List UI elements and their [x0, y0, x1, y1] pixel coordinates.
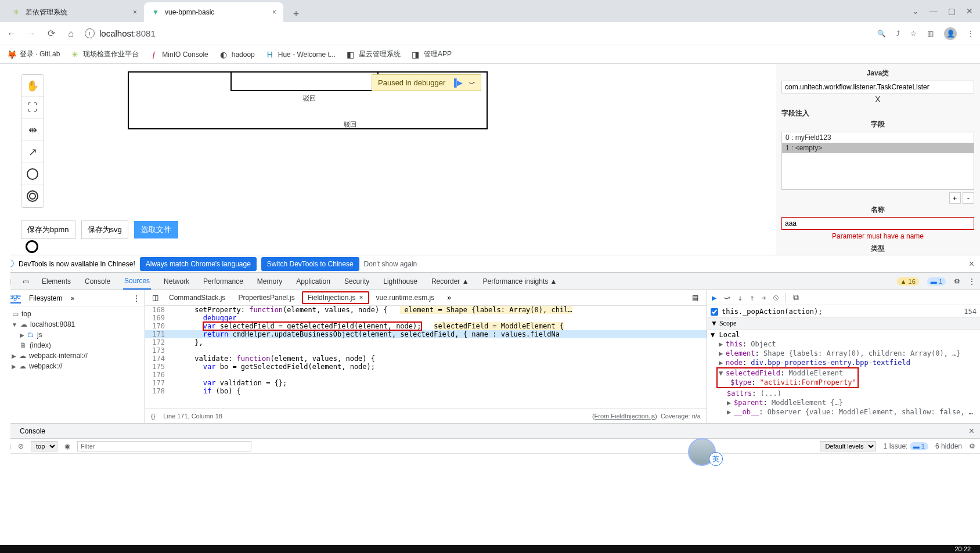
- tree-top[interactable]: ▼▭top: [3, 309, 141, 319]
- dont-show-link[interactable]: Don't show again: [364, 260, 417, 268]
- scope-selected-field[interactable]: ▼selectedField: ModdleElement: [719, 368, 856, 378]
- tab-sources[interactable]: Sources: [123, 273, 151, 290]
- context-select[interactable]: top: [31, 441, 57, 451]
- search-icon[interactable]: 🔍: [877, 30, 886, 38]
- forward-icon[interactable]: →: [26, 28, 37, 39]
- pretty-print-icon[interactable]: {}: [151, 413, 155, 420]
- step-over-icon[interactable]: ⤻: [469, 78, 475, 87]
- always-match-button[interactable]: Always match Chrome's language: [140, 257, 257, 271]
- sidepanel-icon[interactable]: ▥: [927, 30, 934, 38]
- toggle-debug-pane-icon[interactable]: ▤: [687, 294, 703, 302]
- bookmark-item[interactable]: ƒMinIO Console: [149, 50, 208, 59]
- hidden-count[interactable]: 6 hidden: [935, 442, 962, 450]
- intermediate-event-icon[interactable]: [21, 185, 44, 207]
- nav-toggle-icon[interactable]: ◫: [149, 294, 162, 302]
- connect-tool-icon[interactable]: ↗: [21, 141, 44, 163]
- scope-ob[interactable]: ▶__ob__: Observer {value: ModdleElement,…: [711, 407, 977, 417]
- hand-tool-icon[interactable]: ✋: [21, 75, 44, 97]
- menu-icon[interactable]: ⋮: [967, 30, 974, 38]
- step-over-icon[interactable]: ⤻: [723, 293, 730, 302]
- bookmark-item[interactable]: 🦊登录 · GitLab: [7, 49, 60, 59]
- scope-attrs[interactable]: $attrs: (...): [711, 389, 977, 398]
- reload-icon[interactable]: ⟳: [45, 28, 57, 39]
- watch-expression[interactable]: this._popAction(action); 154: [711, 306, 977, 317]
- code-area[interactable]: 168 setProperty: function(element, value…: [145, 306, 707, 408]
- file-tab[interactable]: PropertiesPanel.js: [232, 291, 300, 304]
- close-file-icon[interactable]: ×: [359, 294, 363, 302]
- tree-index[interactable]: 🗎(index): [3, 340, 141, 350]
- tree-webpack-internal[interactable]: ▶☁webpack-internal://: [3, 350, 141, 361]
- maximize-icon[interactable]: ▢: [948, 6, 956, 16]
- field-list-item[interactable]: 1 : <empty>: [782, 143, 974, 153]
- bookmark-item[interactable]: ◧星云管理系统: [346, 49, 401, 59]
- home-icon[interactable]: ⌂: [65, 28, 77, 39]
- save-svg-button[interactable]: 保存为svg: [81, 221, 128, 239]
- scope-local[interactable]: ▼ Local: [711, 330, 977, 339]
- lasso-tool-icon[interactable]: ⛶: [21, 97, 44, 119]
- chevron-down-icon[interactable]: ⌄: [912, 6, 919, 16]
- add-item-button[interactable]: +: [949, 192, 961, 204]
- share-icon[interactable]: ⤴: [896, 30, 900, 38]
- close-tab-icon[interactable]: ×: [272, 8, 276, 16]
- resume-icon[interactable]: ▶: [712, 293, 716, 302]
- scope-this[interactable]: ▶this: Object: [711, 339, 977, 349]
- more-options-icon[interactable]: ⋮: [133, 294, 140, 302]
- tab-application[interactable]: Application: [295, 274, 332, 289]
- issues-link[interactable]: 1 Issue: ▬ 1: [883, 442, 928, 450]
- java-class-input[interactable]: [781, 81, 974, 93]
- bookmark-item[interactable]: ◨管理APP: [411, 49, 452, 59]
- device-toggle-icon[interactable]: ▭: [23, 277, 29, 285]
- step-out-icon[interactable]: ↑: [750, 293, 754, 302]
- url-box[interactable]: i localhost:8081: [85, 28, 869, 38]
- pause-exceptions-icon[interactable]: ⧉: [793, 292, 799, 302]
- tab-perf-insights[interactable]: Performance insights ▲: [482, 274, 559, 289]
- tab-memory[interactable]: Memory: [256, 274, 283, 289]
- issues-badge[interactable]: ▬ 1: [927, 277, 946, 285]
- drawer-tab-console[interactable]: Console: [20, 427, 45, 435]
- file-tab-active[interactable]: FieldInjection.js ×: [302, 291, 369, 304]
- space-tool-icon[interactable]: ⇹: [21, 119, 44, 141]
- subtab-filesystem[interactable]: Filesystem: [29, 294, 62, 302]
- tab-console[interactable]: Console: [84, 274, 111, 289]
- tree-folder-js[interactable]: ▶🗀js: [3, 330, 141, 340]
- name-input[interactable]: [781, 217, 974, 230]
- switch-language-button[interactable]: Switch DevTools to Chinese: [261, 257, 359, 271]
- eye-icon[interactable]: ◉: [64, 442, 70, 450]
- file-tab[interactable]: CommandStack.js: [163, 291, 231, 304]
- resume-icon[interactable]: ▐▶: [451, 78, 462, 87]
- field-list-item[interactable]: 0 : myField123: [782, 132, 974, 143]
- clear-field-icon[interactable]: X: [781, 95, 974, 104]
- file-tab[interactable]: vue.runtime.esm.js: [370, 291, 441, 304]
- minimize-icon[interactable]: —: [929, 6, 938, 16]
- more-icon[interactable]: ⋮: [968, 277, 975, 285]
- scope-node[interactable]: ▶node: div.bpp-properties-entry.bpp-text…: [711, 358, 977, 367]
- tree-host[interactable]: ▼☁localhost:8081: [3, 319, 141, 330]
- bookmark-icon[interactable]: ☆: [910, 30, 917, 38]
- scope-element[interactable]: ▶element: Shape {labels: Array(0), child…: [711, 349, 977, 358]
- profile-icon[interactable]: 👤: [944, 27, 957, 40]
- browser-tab-0[interactable]: ✳ 若依管理系统 ×: [5, 2, 144, 22]
- tab-network[interactable]: Network: [163, 274, 190, 289]
- close-notice-icon[interactable]: ×: [969, 259, 974, 269]
- scope-header[interactable]: ▼ Scope: [707, 317, 980, 330]
- field-list[interactable]: 0 : myField123 1 : <empty>: [781, 132, 974, 190]
- close-tab-icon[interactable]: ×: [133, 8, 137, 16]
- settings-icon[interactable]: ⚙: [954, 277, 960, 285]
- log-levels-select[interactable]: Default levels: [820, 441, 876, 451]
- step-icon[interactable]: ➔: [761, 293, 766, 302]
- warnings-badge[interactable]: ▲ 16: [897, 277, 919, 285]
- tab-security[interactable]: Security: [343, 274, 370, 289]
- tab-elements[interactable]: Elements: [41, 274, 72, 289]
- tab-performance[interactable]: Performance: [202, 274, 244, 289]
- close-drawer-icon[interactable]: ×: [969, 426, 974, 436]
- tab-recorder[interactable]: Recorder ▲: [430, 274, 470, 289]
- step-into-icon[interactable]: ↓: [737, 293, 742, 302]
- more-subtabs-icon[interactable]: »: [70, 294, 74, 302]
- save-bpmn-button[interactable]: 保存为bpmn: [21, 221, 75, 239]
- console-settings-icon[interactable]: ⚙: [969, 442, 975, 450]
- remove-item-button[interactable]: -: [963, 192, 974, 204]
- browser-tab-1[interactable]: ▼ vue-bpmn-basic ×: [144, 2, 283, 22]
- tab-lighthouse[interactable]: Lighthouse: [382, 274, 419, 289]
- start-event-icon[interactable]: [21, 163, 44, 185]
- bookmark-item[interactable]: ◐hadoop: [219, 50, 255, 59]
